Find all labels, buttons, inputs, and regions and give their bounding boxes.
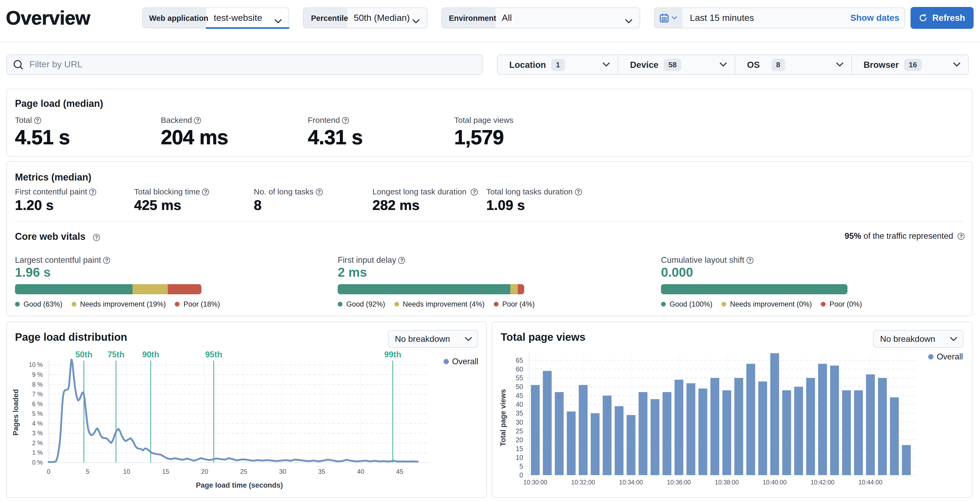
svg-text:25: 25 — [240, 468, 247, 475]
svg-text:5: 5 — [86, 468, 89, 475]
svg-text:0 %: 0 % — [32, 459, 43, 466]
svg-text:40: 40 — [515, 401, 523, 408]
svg-text:30: 30 — [279, 468, 286, 475]
svg-text:10: 10 — [123, 468, 130, 475]
svg-text:40: 40 — [357, 468, 364, 475]
svg-text:Overall: Overall — [937, 352, 963, 361]
svg-text:10:32:00: 10:32:00 — [571, 479, 595, 486]
svg-text:0: 0 — [47, 468, 50, 475]
svg-text:95th: 95th — [205, 350, 222, 359]
svg-text:10:36:00: 10:36:00 — [667, 479, 691, 486]
svg-text:65: 65 — [515, 356, 523, 364]
svg-text:8 %: 8 % — [32, 381, 43, 388]
svg-text:15: 15 — [515, 445, 523, 452]
svg-text:Pages loaded: Pages loaded — [12, 389, 20, 436]
svg-text:55: 55 — [515, 374, 523, 382]
svg-text:Page load time (seconds): Page load time (seconds) — [196, 481, 283, 489]
svg-text:10:40:00: 10:40:00 — [763, 479, 787, 486]
svg-text:20: 20 — [515, 436, 523, 444]
svg-text:15: 15 — [162, 468, 169, 475]
svg-text:30: 30 — [515, 418, 523, 426]
svg-text:Total page views: Total page views — [499, 389, 507, 446]
svg-text:10: 10 — [515, 454, 523, 461]
svg-text:10:34:00: 10:34:00 — [619, 479, 643, 486]
svg-text:3 %: 3 % — [32, 430, 43, 437]
svg-text:9 %: 9 % — [32, 371, 43, 378]
svg-text:7 %: 7 % — [32, 391, 43, 398]
svg-text:20: 20 — [201, 468, 208, 475]
svg-text:50th: 50th — [75, 350, 92, 359]
svg-text:45: 45 — [515, 392, 523, 399]
svg-text:45: 45 — [396, 468, 403, 475]
svg-text:Overall: Overall — [452, 357, 478, 366]
svg-text:0: 0 — [519, 471, 523, 479]
svg-text:5: 5 — [519, 463, 523, 470]
svg-text:10:44:00: 10:44:00 — [858, 479, 883, 486]
svg-text:2 %: 2 % — [32, 440, 43, 447]
svg-text:10:42:00: 10:42:00 — [811, 479, 835, 486]
svg-text:50: 50 — [515, 383, 523, 390]
svg-text:10 %: 10 % — [29, 361, 43, 368]
svg-text:10:30:00: 10:30:00 — [523, 479, 547, 486]
svg-text:99th: 99th — [384, 350, 401, 359]
svg-text:4 %: 4 % — [32, 420, 43, 427]
svg-text:75th: 75th — [107, 350, 124, 359]
svg-text:35: 35 — [318, 468, 325, 475]
svg-text:25: 25 — [515, 427, 523, 435]
svg-text:35: 35 — [515, 409, 523, 417]
svg-text:60: 60 — [515, 365, 523, 373]
svg-text:6 %: 6 % — [32, 401, 43, 407]
svg-text:1 %: 1 % — [32, 449, 43, 456]
svg-text:5 %: 5 % — [32, 410, 43, 417]
svg-text:10:38:00: 10:38:00 — [715, 479, 739, 486]
svg-text:90th: 90th — [142, 350, 159, 359]
